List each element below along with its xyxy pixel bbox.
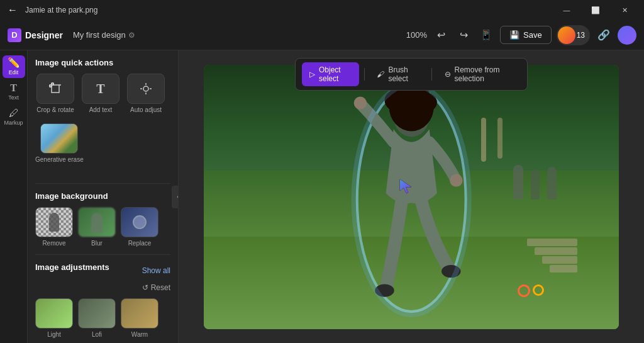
sidebar-item-edit[interactable]: ✏️ Edit (3, 55, 25, 78)
light-thumb (35, 298, 73, 329)
light-adj[interactable]: Light (35, 298, 73, 338)
close-button[interactable]: ✕ (610, 0, 639, 20)
markup-icon: 🖊 (9, 108, 19, 118)
add-text-action[interactable]: T Add text (80, 74, 121, 113)
lofi-label: Lofi (92, 331, 102, 338)
object-select-button[interactable]: ▷ Object select (302, 62, 359, 86)
bg-remove-label: Remove (42, 240, 65, 247)
show-all-button[interactable]: Show all (142, 266, 170, 275)
lofi-thumb (78, 298, 116, 329)
auto-adjust-label: Auto adjust (130, 106, 162, 113)
toolbar-separator (364, 68, 365, 81)
sidebar-edit-label: Edit (9, 69, 19, 76)
toolbar-separator-2 (431, 68, 432, 81)
crop-rotate-action[interactable]: Crop & rotate (35, 74, 75, 113)
mobile-icon: 📱 (480, 29, 492, 41)
left-panel: Image quick actions Crop & rotate T (28, 50, 179, 343)
titlebar-left: ← Jamie at the park.png (5, 3, 97, 18)
auto-adjust-icon (127, 74, 165, 104)
sidebar-text-label: Text (8, 94, 19, 101)
subject-person (320, 78, 502, 321)
bg-remove-thumb (35, 207, 73, 237)
bg-blur-option[interactable]: Blur (78, 207, 116, 247)
svg-marker-18 (400, 179, 411, 193)
add-text-icon: T (82, 74, 119, 104)
panel-collapse-button[interactable]: ‹ (172, 186, 179, 208)
share-icon: 🔗 (597, 29, 610, 41)
save-button[interactable]: 💾 Save (500, 26, 552, 44)
crop-rotate-icon (36, 74, 74, 104)
fence-posts (481, 118, 502, 162)
redo-button[interactable]: ↪ (455, 26, 472, 44)
adjustments-title: Image adjustments (35, 262, 109, 272)
brand-name: Designer (25, 30, 63, 40)
lofi-adj[interactable]: Lofi (78, 298, 116, 338)
bg-person-2 (531, 169, 540, 200)
bg-section-title: Image background (35, 191, 170, 201)
floating-toolbar: ▷ Object select 🖌 Brush select ⊖ Remove … (295, 58, 528, 91)
mobile-preview-button[interactable]: 📱 (477, 26, 495, 44)
bg-remove-option[interactable]: Remove (35, 207, 73, 247)
adjustments-header: Image adjustments Show all (35, 262, 170, 278)
undo-button[interactable]: ↩ (432, 26, 450, 44)
canvas-content (179, 50, 644, 343)
avatar (558, 26, 575, 44)
quick-actions-title: Image quick actions (35, 58, 170, 67)
remove-selection-icon: ⊖ (445, 70, 451, 79)
remove-from-selection-button[interactable]: ⊖ Remove from selection (437, 62, 521, 86)
bg-blur-thumb (78, 207, 116, 237)
user-avatar[interactable] (618, 26, 636, 45)
canvas-area: ▷ Object select 🖌 Brush select ⊖ Remove … (179, 50, 644, 343)
save-icon: 💾 (509, 30, 519, 40)
object-select-icon: ▷ (309, 70, 315, 79)
bg-replace-label: Replace (128, 240, 152, 247)
warm-label: Warm (131, 331, 148, 338)
avatar-count: 13 (577, 31, 585, 40)
reset-button[interactable]: ↺ Reset (35, 283, 170, 292)
add-text-label: Add text (89, 106, 113, 113)
designer-cursor (399, 178, 414, 193)
brush-icon: 🖌 (377, 70, 384, 79)
main-area: ✏️ Edit T Text 🖊 Markup Image quick acti… (0, 50, 644, 343)
svg-point-2 (143, 86, 148, 91)
canvas-image[interactable] (204, 65, 619, 329)
warm-adj[interactable]: Warm (121, 298, 158, 338)
bg-replace-option[interactable]: Replace (121, 207, 158, 247)
main-toolbar: D Designer My first design ⚙ 100% ↩ ↪ 📱 … (0, 20, 644, 50)
svg-point-13 (450, 174, 462, 186)
generative-erase-label: Generative erase (35, 156, 84, 163)
sidebar-icons: ✏️ Edit T Text 🖊 Markup (0, 50, 28, 343)
back-button[interactable]: ← (5, 3, 20, 18)
reset-icon: ↺ (142, 283, 148, 292)
share-button[interactable]: 🔗 (595, 26, 613, 44)
maximize-button[interactable]: ⬜ (581, 0, 610, 20)
window-controls: — ⬜ ✕ (552, 0, 639, 20)
generative-erase-action[interactable]: Generative erase (35, 123, 84, 163)
bg-person-1 (513, 165, 523, 200)
design-settings-icon: ⚙ (128, 31, 135, 40)
toolbar-right: 📱 💾 Save 13 🔗 (477, 25, 636, 45)
quick-actions-grid: Crop & rotate T Add text (35, 74, 170, 113)
collaborators-badge[interactable]: 13 (557, 25, 590, 45)
sidebar-item-text[interactable]: T Text (3, 81, 25, 103)
bg-options-grid: Remove Blur Replace (35, 207, 170, 247)
figure-small (49, 213, 59, 232)
window-title: Jamie at the park.png (25, 6, 97, 14)
auto-adjust-action[interactable]: Auto adjust (126, 74, 166, 113)
text-icon: T (10, 83, 17, 93)
hula-hoops (518, 284, 544, 297)
brand: D Designer (8, 28, 63, 42)
warm-thumb (121, 298, 158, 329)
bg-blur-label: Blur (91, 240, 103, 247)
design-name[interactable]: My first design ⚙ (73, 30, 135, 40)
brush-select-button[interactable]: 🖌 Brush select (369, 62, 426, 86)
svg-point-12 (353, 96, 366, 109)
edit-icon: ✏️ (8, 58, 20, 68)
bg-person-3 (547, 167, 557, 200)
light-label: Light (47, 331, 61, 338)
stairs (527, 239, 577, 276)
minimize-button[interactable]: — (552, 0, 581, 20)
crop-rotate-label: Crop & rotate (36, 106, 74, 113)
sidebar-item-markup[interactable]: 🖊 Markup (3, 106, 25, 128)
zoom-display: 100% (406, 30, 427, 40)
